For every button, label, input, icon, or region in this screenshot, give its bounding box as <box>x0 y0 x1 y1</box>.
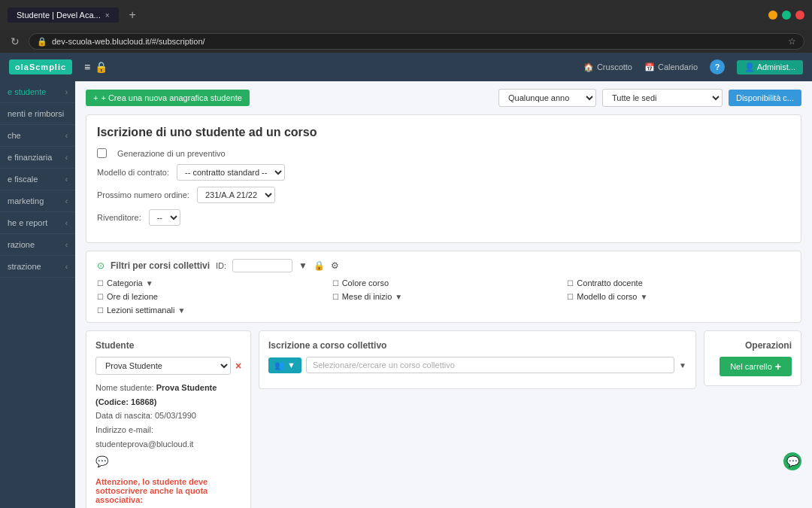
cruscotto-link[interactable]: 🏠 Cruscotto <box>583 62 632 72</box>
calendario-icon: 📅 <box>644 62 655 72</box>
tab-title: Studente | Devel Aca... <box>17 11 101 20</box>
maximize-btn[interactable] <box>782 11 791 20</box>
chat-icon[interactable]: 💬 <box>95 455 108 467</box>
sidebar-item-fiscale[interactable]: e fiscale ‹ <box>0 169 75 190</box>
sidebar-item-razione[interactable]: razione ‹ <box>0 234 75 256</box>
filter-modello: ☐ Modello di corso ▼ <box>567 292 790 301</box>
sidebar-item-marketing[interactable]: marketing ‹ <box>0 190 75 212</box>
remove-student-btn[interactable]: × <box>235 360 241 372</box>
help-btn[interactable]: ? <box>710 59 725 75</box>
url-text: dev-scuola-web.blucloud.it/#/subscriptio… <box>52 37 205 46</box>
filters-grid: ☐ Categoria ▼ ☐ Colore corso ☐ Contratto… <box>97 278 790 315</box>
chevron-icon: ‹ <box>65 154 68 162</box>
sidebar-item-studente[interactable]: e studente › <box>0 81 75 103</box>
sidebar-item-label: strazione <box>8 262 41 271</box>
new-tab-btn[interactable]: + <box>125 8 141 22</box>
student-email-row: Indirizzo e-mail: studenteprova@blucloud… <box>95 423 241 451</box>
nel-carrello-btn[interactable]: Nel carrello + <box>720 357 792 376</box>
sidebar-item-label: che <box>8 131 21 140</box>
chevron-icon: ‹ <box>65 241 68 249</box>
chevron-icon: ‹ <box>65 263 68 271</box>
sidebar-item-finanziaria[interactable]: e finanziaria ‹ <box>0 147 75 169</box>
funnel-icon: ▼ <box>298 260 308 271</box>
filter-colore: ☐ Colore corso <box>332 278 556 287</box>
filter-check-icon: ☐ <box>332 279 339 287</box>
close-btn[interactable] <box>795 11 804 20</box>
lock-icon: 🔒 <box>37 37 47 47</box>
header-right: 🏠 Cruscotto 📅 Calendario ? 👤 Administ... <box>583 59 803 75</box>
modello-dropdown-icon[interactable]: ▼ <box>640 293 647 301</box>
bookmark-icon: ☆ <box>788 36 796 47</box>
main-layout: e studente › nenti e rimborsi che ‹ e fi… <box>0 81 812 508</box>
filters-id-input[interactable] <box>232 259 292 272</box>
filter-check-icon: ☐ <box>567 293 574 301</box>
minimize-btn[interactable] <box>768 11 777 20</box>
filter-check-icon: ☐ <box>567 279 574 287</box>
modello-row: Modello di contrato: -- contratto standa… <box>97 164 790 181</box>
sidebar: e studente › nenti e rimborsi che ‹ e fi… <box>0 81 75 508</box>
app-header: olaScmplic ≡ 🔒 🏠 Cruscotto 📅 Calendario … <box>0 53 812 81</box>
url-bar[interactable]: 🔒 dev-scuola-web.blucloud.it/#/subscript… <box>29 33 804 50</box>
student-info: Nome studente: Prova Studente (Codice: 1… <box>95 381 241 471</box>
birth-value: 05/03/1990 <box>155 411 196 420</box>
generazione-row: Generazione di un preventivo <box>97 148 790 158</box>
course-search-input[interactable] <box>306 357 674 373</box>
menu-icon[interactable]: ≡ <box>84 61 90 73</box>
user-menu[interactable]: 👤 Administ... <box>737 60 803 75</box>
sidebar-item-label: razione <box>8 240 35 249</box>
filters-id-label: ID: <box>216 261 226 270</box>
numero-row: Prossimo numero ordine: 231/A.A 21/22 <box>97 187 790 203</box>
refresh-btn[interactable]: ↻ <box>8 34 23 49</box>
warning-message: Attenzione, lo studente deve sottoscrive… <box>95 477 241 504</box>
categoria-dropdown-icon[interactable]: ▼ <box>146 279 153 287</box>
lock-nav-icon[interactable]: 🔒 <box>95 61 108 73</box>
sidebar-item-pagamenti[interactable]: nenti e rimborsi <box>0 103 75 125</box>
chevron-icon: ‹ <box>65 219 68 227</box>
active-tab[interactable]: Studente | Devel Aca... × <box>8 8 119 23</box>
student-select[interactable]: Prova Studente <box>95 357 231 375</box>
app-logo: olaScmplic <box>9 59 72 75</box>
chevron-icon: ‹ <box>65 132 68 140</box>
filter-circle-icon: ⊙ <box>97 260 105 271</box>
course-type-icon: 👥 <box>274 360 285 370</box>
filter-mese: ☐ Mese di inizio ▼ <box>332 292 556 301</box>
filter-categoria-label: Categoria <box>107 278 143 287</box>
mese-dropdown-icon[interactable]: ▼ <box>395 293 402 301</box>
anno-filter[interactable]: Qualunque anno <box>498 89 596 107</box>
iscrizione-header: Iscrizione a corso collettivo <box>268 340 686 351</box>
page-title: Iscrizione di uno studente ad un corso <box>97 126 790 139</box>
sedi-filter[interactable]: Tutte le sedi <box>602 89 723 107</box>
birth-label: Data di nascita: <box>95 411 153 420</box>
filters-panel: ⊙ Filtri per corsi collettivi ID: ▼ 🔒 ⚙ … <box>86 251 801 323</box>
floating-action-btn[interactable]: 💬 <box>783 452 801 470</box>
sidebar-item-strazione[interactable]: strazione ‹ <box>0 256 75 278</box>
content-area: + + Crea una nuova anagrafica studente Q… <box>75 81 812 508</box>
floating-icon: 💬 <box>786 455 799 467</box>
tab-close-btn[interactable]: × <box>105 11 110 20</box>
generazione-checkbox[interactable] <box>97 148 107 158</box>
iscrizione-section: Iscrizione a corso collettivo 👥 ▼ ▼ <box>259 330 696 389</box>
cruscotto-label: Cruscotto <box>597 62 632 71</box>
student-select-row: Prova Studente × <box>95 357 241 375</box>
course-search-row: 👥 ▼ ▼ <box>268 357 686 373</box>
sidebar-item-label: nenti e rimborsi <box>8 109 64 118</box>
sidebar-item-report[interactable]: he e report ‹ <box>0 212 75 234</box>
main-section: Iscrizione di uno studente ad un corso G… <box>86 114 801 243</box>
filter-ore: ☐ Ore di lezione <box>97 292 320 301</box>
lezioni-dropdown-icon[interactable]: ▼ <box>178 306 186 315</box>
numero-select[interactable]: 231/A.A 21/22 <box>197 187 275 203</box>
settings-filters-icon: ⚙ <box>331 260 339 271</box>
disponibilita-btn[interactable]: Disponibilità c... <box>729 90 801 106</box>
modello-select[interactable]: -- contratto standard -- <box>177 164 285 181</box>
create-student-btn[interactable]: + + Crea una nuova anagrafica studente <box>86 90 250 106</box>
rivenditore-label: Rivenditore: <box>97 213 141 222</box>
filters-header: ⊙ Filtri per corsi collettivi ID: ▼ 🔒 ⚙ <box>97 259 790 272</box>
name-label: Nome studente: <box>95 383 154 392</box>
top-action-bar: + + Crea una nuova anagrafica studente Q… <box>86 89 801 107</box>
rivenditore-select[interactable]: -- <box>149 209 180 226</box>
calendario-link[interactable]: 📅 Calendario <box>644 62 698 72</box>
course-type-btn[interactable]: 👥 ▼ <box>268 357 301 373</box>
sidebar-item-che[interactable]: che ‹ <box>0 125 75 147</box>
nel-carrello-label: Nel carrello <box>730 362 772 371</box>
url-bar-row: ↻ 🔒 dev-scuola-web.blucloud.it/#/subscri… <box>0 30 812 53</box>
